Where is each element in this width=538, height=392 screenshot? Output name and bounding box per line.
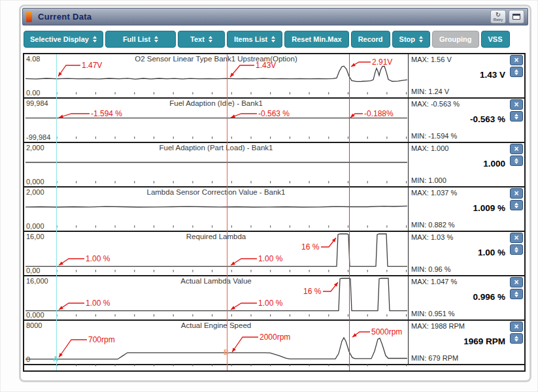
close-chart-button[interactable]: × bbox=[510, 55, 523, 65]
toolbar-button-items-list[interactable]: Items List bbox=[227, 31, 282, 48]
annotation-label: 1.47V bbox=[82, 61, 102, 70]
cursor-a[interactable] bbox=[56, 54, 57, 370]
close-chart-button[interactable]: × bbox=[510, 277, 523, 287]
arrow-up-icon bbox=[514, 114, 518, 116]
chart-plot[interactable]: 16,00 Required Lambda 0,00 1.00 %1.00 %1… bbox=[24, 232, 409, 275]
toolbar-button-vss[interactable]: VSS bbox=[481, 31, 510, 48]
annotation-label: 5000rpm bbox=[371, 327, 402, 336]
chart-side-panel: MAX: 1.047 % 0.996 % MIN: 0.951 % × bbox=[409, 276, 524, 319]
dropdown-arrows-icon bbox=[209, 36, 212, 42]
annotation-label: 1.00 % bbox=[258, 299, 283, 308]
arrow-down-icon bbox=[514, 117, 518, 120]
dropdown-arrows-icon bbox=[154, 36, 158, 42]
close-chart-button[interactable]: × bbox=[510, 233, 523, 243]
charts-area: 4.08 O2 Sensor Linear Type Bank1 Upstrea… bbox=[23, 53, 526, 372]
button-label: Grouping bbox=[439, 35, 472, 43]
button-label: Reset Min.Max bbox=[292, 35, 341, 43]
current-data-window: Current Data ↻ Retry Selective DisplayFu… bbox=[19, 5, 531, 382]
waveform-svg: 700rpm2000rpm5000rpm bbox=[24, 321, 409, 369]
chart-plot[interactable]: 16,000 Actual Lambda Value 0,000 1.00 %1… bbox=[24, 276, 409, 319]
annotation-label: 1.43V bbox=[256, 61, 276, 70]
scale-adjust-button[interactable] bbox=[510, 200, 523, 210]
dropdown-arrows-icon bbox=[93, 36, 97, 42]
button-label: Record bbox=[358, 35, 383, 43]
annotation-label: 2.91V bbox=[372, 57, 392, 67]
cursor-b[interactable] bbox=[227, 54, 227, 370]
scale-adjust-button[interactable] bbox=[510, 111, 523, 122]
toolbar-button-selective-display[interactable]: Selective Display bbox=[24, 31, 103, 48]
min-value-label: MIN: 1.000 bbox=[411, 176, 446, 184]
scale-adjust-button[interactable] bbox=[510, 244, 523, 255]
app-icon bbox=[26, 11, 32, 22]
waveform-svg bbox=[24, 188, 409, 231]
chart-plot[interactable]: 2,000 Lambda Sensor Correction Value - B… bbox=[24, 188, 409, 231]
annotation-label: 1.00 % bbox=[258, 254, 283, 263]
chart-row-actual-engine-speed: 8000 Actual Engine Speed 0 700rpm2000rpm… bbox=[24, 321, 524, 365]
chart-plot[interactable]: 8000 Actual Engine Speed 0 700rpm2000rpm… bbox=[24, 321, 409, 364]
current-value: 1.00 % bbox=[478, 248, 505, 257]
chart-side-panel: MAX: 1988 RPM 1969 RPM MIN: 679 RPM × bbox=[409, 321, 524, 364]
toolbar-button-text[interactable]: Text bbox=[178, 31, 225, 48]
toolbar-button-grouping[interactable]: Grouping bbox=[432, 31, 479, 48]
annotation-label: -0.188% bbox=[364, 109, 394, 118]
chart-plot[interactable]: 2,000 Fuel Adaption (Part Load) - Bank1 … bbox=[24, 143, 409, 186]
chart-row-fuel-adaption-idle-bank1: 99,984 Fuel Adaption (Idle) - Bank1 -99,… bbox=[24, 99, 524, 143]
min-value-label: MIN: 0.882 % bbox=[411, 221, 455, 229]
current-value: 1969 RPM bbox=[463, 336, 505, 346]
chart-row-o2-sensor-linear-type-bank1-upstream-option: 4.08 O2 Sensor Linear Type Bank1 Upstrea… bbox=[24, 54, 524, 99]
scale-adjust-button[interactable] bbox=[510, 67, 523, 77]
title-bar-controls: ↻ Retry bbox=[490, 10, 524, 24]
button-label: Full List bbox=[123, 35, 150, 43]
min-value-label: MIN: 1.24 V bbox=[411, 88, 449, 95]
max-value-label: MAX: 1988 RPM bbox=[411, 322, 465, 330]
arrow-down-icon bbox=[514, 339, 518, 342]
current-value: 1.009 % bbox=[473, 203, 505, 213]
annotation-label: 16 % bbox=[303, 287, 322, 296]
close-chart-button[interactable]: × bbox=[510, 144, 523, 154]
minimize-button[interactable] bbox=[509, 10, 524, 24]
dropdown-arrows-icon bbox=[419, 36, 423, 42]
min-value-label: MIN: 679 RPM bbox=[411, 354, 458, 362]
close-chart-button[interactable]: × bbox=[510, 188, 523, 199]
scale-adjust-button[interactable] bbox=[510, 155, 523, 166]
chart-row-required-lambda: 16,00 Required Lambda 0,00 1.00 %1.00 %1… bbox=[24, 232, 524, 276]
chart-side-panel: MAX: 1.56 V 1.43 V MIN: 1.24 V × bbox=[409, 54, 524, 97]
max-value-label: MAX: 1.56 V bbox=[411, 56, 452, 63]
close-chart-button[interactable]: × bbox=[510, 321, 523, 332]
annotation-label: 16 % bbox=[301, 242, 320, 252]
cursor-current[interactable] bbox=[349, 54, 350, 370]
waveform-svg: 1.00 %1.00 %16 % bbox=[24, 276, 409, 319]
screen: Current Data ↻ Retry Selective DisplayFu… bbox=[0, 0, 538, 392]
current-value: 1.43 V bbox=[480, 70, 505, 80]
chart-side-panel: MAX: 1.03 % 1.00 % MIN: 0.96 % × bbox=[409, 232, 524, 275]
max-value-label: MAX: -0.563 % bbox=[411, 100, 460, 108]
toolbar-button-full-list[interactable]: Full List bbox=[105, 31, 176, 48]
toolbar-button-stop[interactable]: Stop bbox=[392, 31, 430, 48]
min-value-label: MIN: 0.951 % bbox=[411, 310, 455, 318]
window-title: Current Data bbox=[38, 12, 92, 22]
scale-adjust-button[interactable] bbox=[510, 333, 523, 344]
chart-side-panel: MAX: 1.037 % 1.009 % MIN: 0.882 % × bbox=[409, 188, 524, 231]
annotation-label: -0.563 % bbox=[258, 109, 290, 118]
retry-icon: ↻ bbox=[496, 12, 501, 18]
retry-button[interactable]: ↻ Retry bbox=[490, 10, 506, 24]
min-value-label: MIN: 0.96 % bbox=[411, 265, 451, 273]
annotation-label: 1.00 % bbox=[86, 254, 110, 263]
dropdown-arrows-icon bbox=[271, 36, 275, 42]
toolbar-button-reset-min-max[interactable]: Reset Min.Max bbox=[284, 31, 348, 48]
button-label: Selective Display bbox=[30, 35, 89, 43]
annotation-label: -1.594 % bbox=[91, 109, 122, 118]
cursor-marker-a: A bbox=[53, 355, 58, 363]
chart-plot[interactable]: 4.08 O2 Sensor Linear Type Bank1 Upstrea… bbox=[24, 54, 409, 97]
toolbar-button-record[interactable]: Record bbox=[351, 31, 390, 48]
min-value-label: MIN: -1.594 % bbox=[411, 132, 457, 140]
restore-window-icon bbox=[513, 14, 520, 20]
waveform-svg: 1.00 %1.00 %16 % bbox=[24, 232, 409, 275]
arrow-up-icon bbox=[514, 247, 518, 250]
close-chart-button[interactable]: × bbox=[510, 99, 523, 110]
arrow-up-icon bbox=[514, 69, 518, 72]
arrow-down-icon bbox=[514, 295, 518, 297]
arrow-down-icon bbox=[514, 161, 518, 164]
chart-plot[interactable]: 99,984 Fuel Adaption (Idle) - Bank1 -99,… bbox=[24, 99, 409, 142]
scale-adjust-button[interactable] bbox=[510, 289, 523, 299]
